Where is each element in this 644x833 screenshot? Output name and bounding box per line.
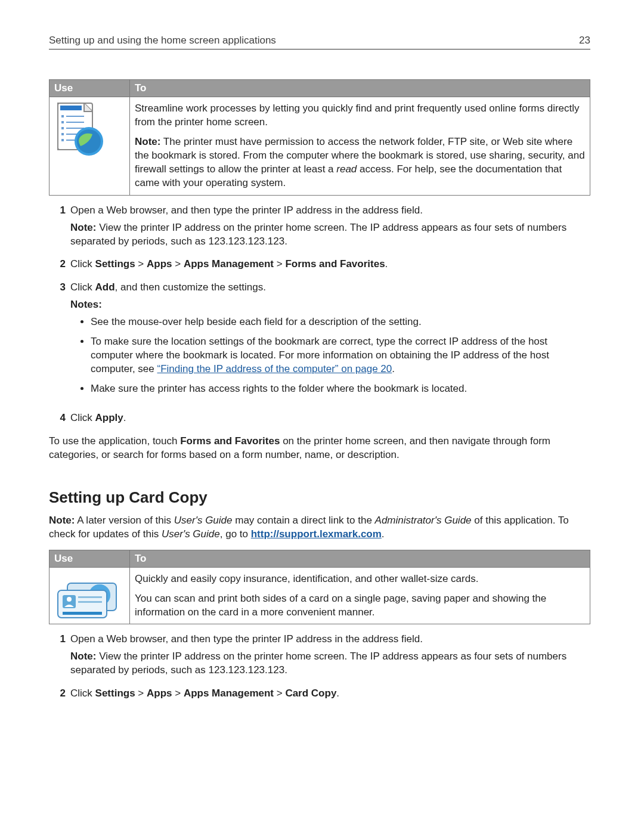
cc-step-1-note: Note: View the printer IP address on the… [70,650,590,677]
step-3-note-3: Make sure the printer has access rights … [91,382,590,396]
card-copy-desc-cell: Quickly and easily copy insurance, ident… [130,567,590,624]
forms-favorites-desc-cell: Streamline work processes by letting you… [130,97,590,196]
table-header-use: Use [49,550,130,567]
table-header-use: Use [49,80,130,97]
step-1-note: Note: View the printer IP address on the… [70,221,590,249]
svg-rect-19 [78,601,102,603]
card-copy-desc-1: Quickly and easily copy insurance, ident… [135,572,585,586]
forms-favorites-icon [54,102,104,158]
svg-rect-18 [78,596,102,598]
table-header-to: To [130,80,590,97]
svg-rect-2 [61,115,64,117]
heading-card-copy: Setting up Card Copy [49,488,590,507]
header-title: Setting up and using the home screen app… [49,35,276,47]
card-copy-intro: Note: A later version of this User's Gui… [49,514,590,541]
svg-rect-7 [66,128,84,129]
step-1: 1 Open a Web browser, and then type the … [49,204,590,249]
step-2: 2 Click Settings > Apps > Apps Managemen… [49,258,590,271]
header-page-number: 23 [579,35,590,47]
document-page: Setting up and using the home screen app… [0,0,644,746]
cc-step-1: 1 Open a Web browser, and then type the … [49,633,590,677]
svg-rect-20 [63,612,102,615]
card-copy-steps: 1 Open a Web browser, and then type the … [49,633,590,701]
step-3-note-1: See the mouse-over help beside each fiel… [91,315,590,329]
forms-favorites-desc: Streamline work processes by letting you… [135,102,585,129]
svg-rect-6 [61,127,64,129]
step-3: 3 Click Add, and then customize the sett… [49,281,590,402]
cc-step-2: 2 Click Settings > Apps > Apps Managemen… [49,687,590,701]
forms-favorites-icon-cell [49,97,130,196]
svg-rect-5 [66,122,84,123]
table-header-to: To [130,550,590,567]
forms-favorites-table: Use To [49,79,590,196]
svg-rect-10 [61,139,64,141]
card-copy-table: Use To Quickly and easily c [49,550,590,625]
card-copy-icon-cell [49,567,130,624]
step-3-notes: See the mouse-over help beside each fiel… [70,315,590,396]
svg-rect-3 [66,116,84,117]
card-copy-icon [54,580,120,619]
svg-rect-4 [61,121,64,123]
svg-rect-1 [60,106,82,110]
forms-favorites-steps: 1 Open a Web browser, and then type the … [49,204,590,425]
card-copy-desc-2: You can scan and print both sides of a c… [135,592,585,620]
svg-point-17 [67,597,72,602]
step-3-note-2: To make sure the location settings of th… [91,335,590,376]
step-3-notes-label: Notes: [70,298,590,312]
svg-rect-8 [61,133,64,135]
forms-favorites-closing: To use the application, touch Forms and … [49,435,590,462]
support-link[interactable]: http://support.lexmark.com [251,528,382,540]
step-4: 4 Click Apply. [49,411,590,425]
find-ip-link[interactable]: “Finding the IP address of the computer”… [157,363,392,374]
forms-favorites-note: Note: The printer must have permission t… [135,135,585,190]
running-header: Setting up and using the home screen app… [49,35,590,49]
